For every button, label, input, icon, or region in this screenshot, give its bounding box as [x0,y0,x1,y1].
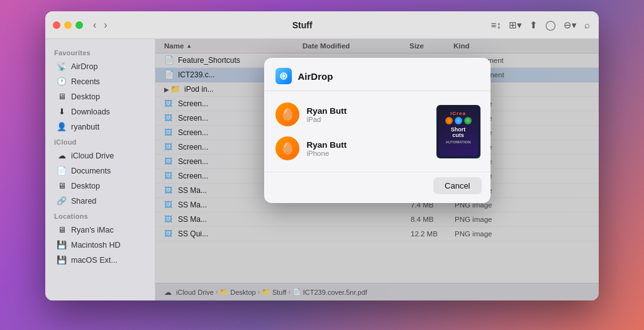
share-icon[interactable]: ⬆ [528,18,539,32]
icloud-icon: ☁ [57,151,67,160]
airdrop-modal-title: AirDrop [298,71,333,82]
window-title: Stuff [115,20,490,30]
sidebar-item-label: Downloads [71,107,110,116]
sidebar-item-label: Desktop [71,92,100,101]
airdrop-icon: 📡 [57,62,67,71]
recipient-avatar: 🥚 [275,136,299,160]
user-icon: 👤 [57,122,67,131]
recipient-info: Ryan Butt iPad [307,106,420,123]
sidebar-item-documents[interactable]: 📄 Documents [48,163,152,178]
recipient-info: Ryan Butt iPhone [307,140,420,157]
nav-buttons: ‹ › [91,18,110,32]
titlebar: ‹ › Stuff ≡↕ ⊞▾ ⬆ ◯ ⊖▾ ⌕ [45,11,599,39]
maximize-button[interactable] [75,21,83,29]
sidebar-item-label: Desktop [71,182,100,190]
sidebar-section-header-icloud: iCloud [45,135,155,148]
sidebar-item-ryans-imac[interactable]: 🖥 Ryan's iMac [48,223,152,237]
airdrop-footer: Cancel [264,172,491,203]
documents-icon: 📄 [57,166,67,175]
finder-window: ‹ › Stuff ≡↕ ⊞▾ ⬆ ◯ ⊖▾ ⌕ Favourites 📡 Ai… [45,11,599,300]
sidebar-item-shared[interactable]: 🔗 Shared [48,194,152,208]
sidebar-item-label: ryanbutt [71,123,99,131]
filter-icon[interactable]: ⊖▾ [562,18,578,32]
sidebar-section-header-favourites: Favourites [45,45,155,58]
sidebar-item-label: Ryan's iMac [71,226,114,234]
recipient-name: Ryan Butt [307,106,420,116]
imac-icon: 🖥 [57,225,67,234]
toolbar-icons: ≡↕ ⊞▾ ⬆ ◯ ⊖▾ ⌕ [490,18,591,32]
sidebar-section-header-locations: Locations [45,209,155,222]
airdrop-body: 🥚 Ryan Butt iPad 🥚 [264,91,491,172]
sidebar-item-macos-ext[interactable]: 💾 macOS Ext... [48,253,152,267]
downloads-icon: ⬇ [57,107,67,116]
tag-icon[interactable]: ◯ [544,18,557,32]
disk2-icon: 💾 [57,255,67,265]
cancel-button[interactable]: Cancel [433,177,481,194]
recipient-name: Ryan Butt [307,140,420,150]
search-icon[interactable]: ⌕ [583,18,591,31]
sidebar-item-desktop2[interactable]: 🖥 Desktop [48,179,152,193]
sidebar-item-desktop[interactable]: 🖥 Desktop [48,89,152,104]
close-button[interactable] [53,21,60,29]
sidebar-item-label: Shared [71,197,96,206]
sidebar-item-label: Recents [71,77,100,86]
grid-view-icon[interactable]: ⊞▾ [508,18,523,32]
magazine-preview: iCrea Shortcuts AUTOMATION [436,105,480,158]
shared-icon: 🔗 [57,196,67,206]
recipient-device: iPad [307,116,420,123]
sidebar-item-downloads[interactable]: ⬇ Downloads [48,104,152,119]
traffic-lights [53,21,83,29]
back-button[interactable]: ‹ [91,18,99,32]
sidebar-item-label: Macintosh HD [71,241,121,250]
list-view-icon[interactable]: ≡↕ [490,18,502,31]
sidebar-item-recents[interactable]: 🕐 Recents [48,74,152,89]
forward-button[interactable]: › [101,18,109,32]
desktop2-icon: 🖥 [57,181,67,190]
recipient-avatar: 🥚 [275,102,299,126]
sidebar-item-label: iCloud Drive [71,151,114,160]
sidebar-item-label: AirDrop [71,62,97,71]
airdrop-modal: AirDrop 🥚 Ryan Butt iPad [264,58,491,203]
desktop-icon: 🖥 [57,92,67,101]
recipient-device: iPhone [307,150,420,157]
sidebar: Favourites 📡 AirDrop 🕐 Recents 🖥 Desktop… [45,39,155,300]
sidebar-item-ryanbutt[interactable]: 👤 ryanbutt [48,119,152,134]
airdrop-recipient-iphone[interactable]: 🥚 Ryan Butt iPhone [264,131,431,165]
disk-icon: 💾 [57,240,67,250]
airdrop-recipient-ipad[interactable]: 🥚 Ryan Butt iPad [264,97,431,131]
minimize-button[interactable] [64,21,72,29]
sidebar-item-label: macOS Ext... [71,256,118,265]
sidebar-item-icloud-drive[interactable]: ☁ iCloud Drive [48,148,152,163]
recents-icon: 🕐 [57,77,67,86]
sidebar-item-macintosh-hd[interactable]: 💾 Macintosh HD [48,238,152,252]
sidebar-item-label: Documents [71,167,111,175]
airdrop-modal-icon [275,68,292,84]
modal-overlay: AirDrop 🥚 Ryan Butt iPad [155,39,599,300]
airdrop-header: AirDrop [264,58,491,91]
sidebar-item-airdrop[interactable]: 📡 AirDrop [48,59,152,74]
